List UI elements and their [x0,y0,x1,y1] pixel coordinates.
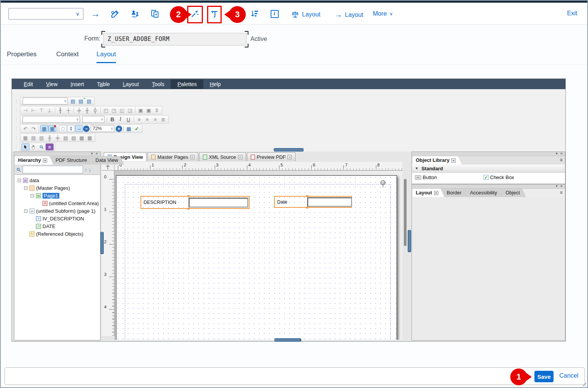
tab-context[interactable]: Context [56,51,79,58]
italic-icon[interactable]: I [116,116,124,123]
panel-menu-icon[interactable]: ≣ [560,158,563,162]
tree-item-untitled-content-area[interactable]: ✛(untitled Content Area) [15,199,100,207]
doc-tab-master-pages[interactable]: Master Pages× [147,152,198,161]
hierarchy-search-input[interactable] [23,166,83,173]
redo-icon[interactable]: ↷ [29,125,38,132]
align-bottom-icon[interactable]: ⊥ [46,107,54,114]
insert-table-icon[interactable]: ▦ [21,134,29,141]
actual-size-icon[interactable]: □ [59,125,67,132]
save-fragment-icon[interactable]: ▤ [85,98,93,104]
menu-table[interactable]: Table [90,80,116,89]
tree-item-master-pages[interactable]: −▢(Master Pages) [15,184,100,192]
tab-close-icon[interactable]: × [451,158,456,163]
bring-to-front-icon[interactable]: ◰ [102,107,110,114]
undo-icon[interactable]: ↶ [21,125,29,132]
distribute-horizontally-icon[interactable]: ╪ [75,107,83,114]
send-backward-icon[interactable]: ◲ [126,107,134,114]
tree-item-iv-description[interactable]: ≡IV_DESCRIPTION [15,215,100,222]
align-right-icon[interactable]: ⊢ [29,107,38,114]
field-editor-icon[interactable]: ▩ [125,125,133,132]
date-field-object[interactable]: Date [274,196,352,208]
select-tool-icon[interactable] [21,143,29,150]
search-down-icon[interactable]: ↓ [89,167,91,173]
description-field-input[interactable] [189,198,248,207]
menu-edit[interactable]: Edit [17,80,39,89]
switch-user-button[interactable] [129,8,141,20]
palette-tab-layout[interactable]: Layout× [413,189,444,197]
collapse-left-handle[interactable] [100,232,104,254]
panel-menu-icon[interactable]: ≣ [560,191,563,194]
tree-expander-icon[interactable]: − [24,186,28,190]
description-field-object[interactable]: DESCRIPTION [140,196,250,209]
design-canvas[interactable]: DESCRIPTION Date [114,171,402,340]
more-menu-button[interactable]: More ∨ [373,10,393,17]
justify-text-icon[interactable]: ≣ [159,116,167,123]
tab-data-view[interactable]: Data View [88,156,124,165]
tab-layout[interactable]: Layout [96,51,116,58]
tab-close-icon[interactable]: × [43,158,47,163]
tab-properties[interactable]: Properties [7,51,36,58]
palette-tab-object[interactable]: Object [498,189,526,197]
merge-cells-icon[interactable]: ▧ [62,134,70,141]
sort-button[interactable] [249,8,260,20]
spell-check-icon[interactable]: ✓ [133,125,141,132]
goto-layout-button[interactable]: → Layout [335,10,363,19]
distribute-vertically-icon[interactable]: ╫ [83,107,91,114]
tab-close-icon[interactable]: × [238,155,242,159]
tree-expander-icon[interactable]: − [24,209,28,213]
info-button[interactable]: i [269,8,280,20]
check-layout-button[interactable]: Layout [291,10,320,19]
insert-column-right-icon[interactable]: ▩ [78,134,86,141]
object-library-item-check-box[interactable]: ✓Check Box [483,174,514,180]
tab-hierarchy[interactable]: Hierarchy× [15,156,53,165]
copy-form-button[interactable] [149,8,161,20]
delete-table-icon[interactable]: ▦ [86,134,94,141]
selection-handle[interactable] [188,208,189,210]
selection-handle[interactable] [306,195,308,197]
panel-close-icon[interactable]: ✕ [560,152,563,156]
align-top-icon[interactable]: ⊤ [38,107,46,114]
tab-close-icon[interactable]: × [190,155,194,159]
split-cell-vertically-icon[interactable]: ╫ [46,134,54,141]
tree-item-date[interactable]: ◷DATE [15,222,100,230]
date-field-input[interactable] [307,197,352,207]
form-fragment-icon[interactable]: ▤ [69,98,77,104]
palette-tab-accessibility[interactable]: Accessibility [463,189,503,197]
align-text-left-icon[interactable]: ≡ [135,116,143,123]
collapse-top-handle[interactable] [274,148,304,152]
snap-to-grid-icon[interactable]: ▦✱ [48,125,56,132]
tree-item-untitled-subform-page-1[interactable]: −▤(untitled Subform) (page 1) [15,207,100,215]
send-to-back-icon[interactable]: ◳ [110,107,118,114]
tab-close-icon[interactable]: × [434,191,438,195]
tree-item-page1[interactable]: −▤Page1 [15,192,100,199]
selection-handle[interactable] [306,207,308,209]
panel-close-icon[interactable]: ✕ [95,152,98,156]
tree-expander-icon[interactable]: − [18,179,21,182]
panel-collapse-icon[interactable]: ▼ [555,152,558,156]
collapse-bottom-handle[interactable] [274,338,301,342]
insert-row-above-icon[interactable]: ▤ [29,134,38,141]
align-text-center-icon[interactable]: ≡ [143,116,151,123]
tab-pdf-structure[interactable]: PDF Structure [49,156,93,165]
zoom-out-icon[interactable]: − [83,126,90,132]
library-combobox[interactable]: ∨ [23,98,68,104]
underline-icon[interactable]: U [124,116,132,123]
fit-page-width-icon[interactable]: ⇔ [75,125,83,132]
save-button[interactable]: Save [534,371,554,382]
tree-expander-icon[interactable]: − [31,194,34,197]
selection-handle[interactable] [188,195,189,197]
insert-column-left-icon[interactable]: ▨ [70,134,78,141]
menu-palettes[interactable]: Palettes [171,80,203,89]
search-up-icon[interactable]: ↑ [85,167,87,173]
insert-row-below-icon[interactable]: ▥ [38,134,46,141]
canvas-vertical-scrollbar[interactable] [404,179,407,246]
zoom-in-icon[interactable]: + [116,126,122,132]
form-name-field[interactable]: Z_USER_ADOBE_FORM [103,33,247,46]
tab-object-library[interactable]: Object Library× [413,156,462,165]
menu-help[interactable]: Help [203,80,227,89]
cancel-button[interactable]: Cancel [559,372,578,379]
tab-close-icon[interactable]: × [287,155,292,159]
menu-insert[interactable]: Insert [64,80,90,89]
display-change-button[interactable] [109,8,121,20]
doc-tab-xml-source[interactable]: XML Source× [199,152,246,161]
